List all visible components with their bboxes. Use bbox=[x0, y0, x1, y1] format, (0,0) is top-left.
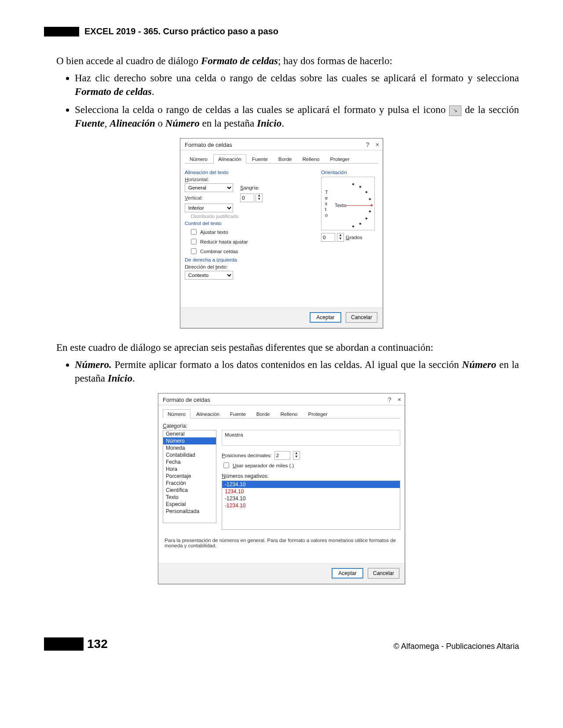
cancel-button[interactable]: Cancelar bbox=[368, 568, 399, 579]
negative-numbers-label: Números negativos: bbox=[222, 473, 400, 479]
spinner-icon[interactable]: ▲▼ bbox=[293, 451, 300, 460]
close-icon[interactable]: × bbox=[398, 396, 401, 403]
tab-proteger[interactable]: Proteger bbox=[303, 409, 332, 419]
list-item[interactable]: General bbox=[163, 430, 216, 437]
decimals-label: Posiciones decimales: bbox=[222, 453, 272, 458]
shrink-fit-label: Reducir hasta ajustar bbox=[200, 239, 248, 244]
list-item[interactable]: Fracción bbox=[163, 480, 216, 487]
format-cells-number-dialog: Formato de celdas ? × Número Alineación … bbox=[158, 393, 405, 584]
alignment-section-label: Alineación del texto bbox=[185, 170, 314, 175]
dialog-launcher-icon: ↘ bbox=[449, 106, 461, 116]
cancel-button[interactable]: Cancelar bbox=[346, 312, 377, 323]
vertical-select[interactable]: Inferior bbox=[185, 204, 233, 212]
wrap-text-checkbox[interactable] bbox=[191, 229, 197, 235]
merge-cells-label: Combinar celdas bbox=[200, 249, 238, 254]
rtl-section-label: De derecha a izquierda bbox=[185, 257, 314, 262]
list-item[interactable]: -1234.10 bbox=[222, 502, 400, 509]
tab-relleno[interactable]: Relleno bbox=[275, 409, 302, 419]
list-item[interactable]: Científica bbox=[163, 487, 216, 494]
list-item[interactable]: Moneda bbox=[163, 444, 216, 451]
page-footer: 132 © Alfaomega - Publicaciones Altaria bbox=[44, 637, 519, 660]
help-icon[interactable]: ? bbox=[366, 141, 369, 148]
vertical-label: Vertical: bbox=[185, 195, 213, 200]
category-listbox[interactable]: General Número Moneda Contabilidad Fecha… bbox=[163, 430, 216, 523]
dialog-title: Formato de celdas bbox=[185, 142, 232, 148]
header-decoration bbox=[44, 27, 79, 36]
format-cells-alignment-dialog: Formato de celdas ? × Número Alineación … bbox=[180, 138, 383, 328]
spinner-icon[interactable]: ▲▼ bbox=[256, 193, 263, 202]
help-icon[interactable]: ? bbox=[388, 396, 391, 403]
spinner-icon[interactable]: ▲▼ bbox=[337, 233, 344, 242]
list-item: Haz clic derecho sobre una celda o rango… bbox=[75, 71, 519, 98]
footer-decoration bbox=[44, 637, 84, 651]
degrees-input[interactable] bbox=[321, 233, 335, 242]
orientation-text-vertical: Texto bbox=[325, 189, 328, 218]
negative-numbers-listbox[interactable]: -1234.10 1234.10 -1234.10 -1234.10 bbox=[222, 480, 400, 530]
orientation-text-horizontal: Texto bbox=[335, 203, 346, 208]
orientation-line bbox=[345, 205, 372, 206]
format-description: Para la presentación de números en gener… bbox=[165, 538, 398, 548]
shrink-fit-checkbox[interactable] bbox=[191, 239, 197, 244]
close-icon[interactable]: × bbox=[376, 141, 379, 148]
list-item: Número. Permite aplicar formato a los da… bbox=[75, 358, 519, 385]
intro-paragraph: O bien accede al cuadro de diálogo Forma… bbox=[44, 54, 519, 68]
orientation-box[interactable]: Texto Texto bbox=[321, 177, 375, 230]
muestra-label: Muestra bbox=[225, 432, 397, 437]
text-direction-select[interactable]: Contexto bbox=[185, 271, 233, 280]
horizontal-label: Horizontal: bbox=[185, 177, 213, 182]
sangria-input[interactable] bbox=[240, 193, 254, 202]
tab-fuente[interactable]: Fuente bbox=[225, 409, 251, 419]
tab-numero[interactable]: Número bbox=[163, 409, 190, 419]
tab-borde[interactable]: Borde bbox=[252, 409, 275, 419]
ok-button[interactable]: Aceptar bbox=[310, 312, 341, 323]
tab-relleno[interactable]: Relleno bbox=[297, 154, 324, 164]
tab-alineacion[interactable]: Alineación bbox=[213, 154, 246, 164]
book-title: EXCEL 2019 - 365. Curso práctico paso a … bbox=[84, 26, 278, 36]
text-direction-label: Dirección del texto: bbox=[185, 264, 228, 269]
list-item[interactable]: Texto bbox=[163, 494, 216, 501]
horizontal-select[interactable]: General bbox=[185, 183, 233, 192]
ok-button[interactable]: Aceptar bbox=[332, 568, 363, 579]
list-item[interactable]: -1234.10 bbox=[222, 481, 400, 488]
tab-fuente[interactable]: Fuente bbox=[247, 154, 273, 164]
mid-paragraph: En este cuadro de diálogo se aprecian se… bbox=[44, 341, 519, 354]
list-item: Selecciona la celda o rango de celdas a … bbox=[75, 103, 519, 130]
page-header: EXCEL 2019 - 365. Curso práctico paso a … bbox=[44, 26, 519, 36]
list-item[interactable]: Especial bbox=[163, 501, 216, 508]
list-item[interactable]: Personalizada bbox=[163, 508, 216, 515]
tab-numero[interactable]: Número bbox=[185, 154, 212, 164]
dialog-tabs: Número Alineación Fuente Borde Relleno P… bbox=[163, 409, 400, 419]
list-item[interactable]: Porcentaje bbox=[163, 473, 216, 480]
dialog-titlebar: Formato de celdas ? × bbox=[158, 393, 405, 405]
list-item[interactable]: Fecha bbox=[163, 459, 216, 466]
thousands-label: Usar separador de miles (.) bbox=[233, 463, 294, 468]
sangria-label: Sangría: bbox=[240, 185, 259, 190]
dialog-title: Formato de celdas bbox=[163, 397, 210, 403]
control-section-label: Control del texto bbox=[185, 221, 314, 226]
distributed-label: Distribuido justificado bbox=[191, 214, 239, 219]
list-item[interactable]: Número bbox=[163, 437, 216, 444]
list-item[interactable]: -1234.10 bbox=[222, 495, 400, 502]
tab-proteger[interactable]: Proteger bbox=[325, 154, 354, 164]
instruction-list: Haz clic derecho sobre una celda o rango… bbox=[44, 71, 519, 130]
orientation-section-label: Orientación bbox=[321, 170, 378, 175]
tab-alineacion[interactable]: Alineación bbox=[191, 409, 224, 419]
decimals-input[interactable] bbox=[274, 451, 290, 460]
tab-borde[interactable]: Borde bbox=[274, 154, 297, 164]
page-number: 132 bbox=[87, 637, 108, 651]
degrees-label: Grados bbox=[346, 235, 362, 240]
copyright: © Alfaomega - Publicaciones Altaria bbox=[394, 642, 519, 651]
thousands-separator-checkbox[interactable] bbox=[223, 462, 229, 468]
category-label: Categoría: bbox=[163, 423, 400, 429]
dialog-tabs: Número Alineación Fuente Borde Relleno P… bbox=[185, 154, 378, 164]
wrap-text-label: Ajustar texto bbox=[200, 229, 228, 235]
list-item[interactable]: Contabilidad bbox=[163, 451, 216, 459]
list-item[interactable]: Hora bbox=[163, 466, 216, 473]
merge-cells-checkbox[interactable] bbox=[191, 248, 197, 254]
list-item[interactable]: 1234.10 bbox=[222, 488, 400, 495]
dialog-titlebar: Formato de celdas ? × bbox=[180, 138, 383, 150]
